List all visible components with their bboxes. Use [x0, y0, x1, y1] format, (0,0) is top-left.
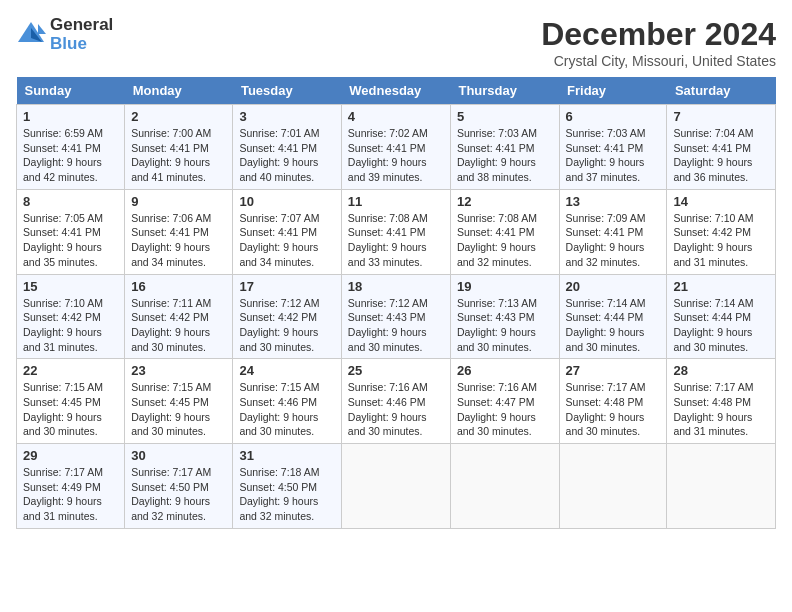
day-number: 21	[673, 279, 769, 294]
day-info: Sunrise: 7:14 AM Sunset: 4:44 PM Dayligh…	[673, 296, 769, 355]
day-number: 15	[23, 279, 118, 294]
day-number: 6	[566, 109, 661, 124]
calendar-cell: 20Sunrise: 7:14 AM Sunset: 4:44 PM Dayli…	[559, 274, 667, 359]
calendar-cell: 22Sunrise: 7:15 AM Sunset: 4:45 PM Dayli…	[17, 359, 125, 444]
calendar-cell: 29Sunrise: 7:17 AM Sunset: 4:49 PM Dayli…	[17, 444, 125, 529]
calendar-cell: 5Sunrise: 7:03 AM Sunset: 4:41 PM Daylig…	[450, 105, 559, 190]
day-info: Sunrise: 7:15 AM Sunset: 4:45 PM Dayligh…	[131, 380, 226, 439]
day-info: Sunrise: 7:11 AM Sunset: 4:42 PM Dayligh…	[131, 296, 226, 355]
calendar-cell: 13Sunrise: 7:09 AM Sunset: 4:41 PM Dayli…	[559, 189, 667, 274]
calendar-week-row: 8Sunrise: 7:05 AM Sunset: 4:41 PM Daylig…	[17, 189, 776, 274]
calendar-cell	[667, 444, 776, 529]
calendar-cell: 9Sunrise: 7:06 AM Sunset: 4:41 PM Daylig…	[125, 189, 233, 274]
day-number: 17	[239, 279, 334, 294]
weekday-header: Thursday	[450, 77, 559, 105]
calendar-cell: 8Sunrise: 7:05 AM Sunset: 4:41 PM Daylig…	[17, 189, 125, 274]
day-info: Sunrise: 7:15 AM Sunset: 4:45 PM Dayligh…	[23, 380, 118, 439]
calendar-cell: 6Sunrise: 7:03 AM Sunset: 4:41 PM Daylig…	[559, 105, 667, 190]
logo-text: General Blue	[50, 16, 113, 53]
day-info: Sunrise: 7:16 AM Sunset: 4:46 PM Dayligh…	[348, 380, 444, 439]
calendar-cell: 10Sunrise: 7:07 AM Sunset: 4:41 PM Dayli…	[233, 189, 341, 274]
logo: General Blue	[16, 16, 113, 53]
day-info: Sunrise: 7:07 AM Sunset: 4:41 PM Dayligh…	[239, 211, 334, 270]
day-info: Sunrise: 7:12 AM Sunset: 4:43 PM Dayligh…	[348, 296, 444, 355]
month-title: December 2024	[541, 16, 776, 53]
calendar-cell: 27Sunrise: 7:17 AM Sunset: 4:48 PM Dayli…	[559, 359, 667, 444]
weekday-header: Saturday	[667, 77, 776, 105]
calendar-cell: 11Sunrise: 7:08 AM Sunset: 4:41 PM Dayli…	[341, 189, 450, 274]
day-number: 20	[566, 279, 661, 294]
calendar-cell: 18Sunrise: 7:12 AM Sunset: 4:43 PM Dayli…	[341, 274, 450, 359]
day-number: 13	[566, 194, 661, 209]
calendar-cell: 19Sunrise: 7:13 AM Sunset: 4:43 PM Dayli…	[450, 274, 559, 359]
day-info: Sunrise: 7:14 AM Sunset: 4:44 PM Dayligh…	[566, 296, 661, 355]
logo-icon	[16, 20, 46, 50]
calendar-cell: 7Sunrise: 7:04 AM Sunset: 4:41 PM Daylig…	[667, 105, 776, 190]
day-info: Sunrise: 7:02 AM Sunset: 4:41 PM Dayligh…	[348, 126, 444, 185]
day-number: 29	[23, 448, 118, 463]
day-info: Sunrise: 7:17 AM Sunset: 4:48 PM Dayligh…	[566, 380, 661, 439]
day-number: 23	[131, 363, 226, 378]
day-info: Sunrise: 7:17 AM Sunset: 4:50 PM Dayligh…	[131, 465, 226, 524]
day-info: Sunrise: 7:00 AM Sunset: 4:41 PM Dayligh…	[131, 126, 226, 185]
day-number: 5	[457, 109, 553, 124]
day-number: 1	[23, 109, 118, 124]
day-info: Sunrise: 7:17 AM Sunset: 4:48 PM Dayligh…	[673, 380, 769, 439]
calendar-week-row: 15Sunrise: 7:10 AM Sunset: 4:42 PM Dayli…	[17, 274, 776, 359]
day-number: 14	[673, 194, 769, 209]
day-info: Sunrise: 7:03 AM Sunset: 4:41 PM Dayligh…	[566, 126, 661, 185]
calendar-cell: 14Sunrise: 7:10 AM Sunset: 4:42 PM Dayli…	[667, 189, 776, 274]
day-number: 2	[131, 109, 226, 124]
calendar-header: SundayMondayTuesdayWednesdayThursdayFrid…	[17, 77, 776, 105]
calendar-cell: 3Sunrise: 7:01 AM Sunset: 4:41 PM Daylig…	[233, 105, 341, 190]
calendar-cell: 1Sunrise: 6:59 AM Sunset: 4:41 PM Daylig…	[17, 105, 125, 190]
calendar-cell: 25Sunrise: 7:16 AM Sunset: 4:46 PM Dayli…	[341, 359, 450, 444]
calendar-week-row: 22Sunrise: 7:15 AM Sunset: 4:45 PM Dayli…	[17, 359, 776, 444]
calendar-cell: 16Sunrise: 7:11 AM Sunset: 4:42 PM Dayli…	[125, 274, 233, 359]
calendar-cell: 17Sunrise: 7:12 AM Sunset: 4:42 PM Dayli…	[233, 274, 341, 359]
calendar-cell	[559, 444, 667, 529]
day-number: 4	[348, 109, 444, 124]
day-info: Sunrise: 7:05 AM Sunset: 4:41 PM Dayligh…	[23, 211, 118, 270]
calendar-body: 1Sunrise: 6:59 AM Sunset: 4:41 PM Daylig…	[17, 105, 776, 529]
weekday-header: Friday	[559, 77, 667, 105]
calendar-week-row: 1Sunrise: 6:59 AM Sunset: 4:41 PM Daylig…	[17, 105, 776, 190]
calendar-cell: 23Sunrise: 7:15 AM Sunset: 4:45 PM Dayli…	[125, 359, 233, 444]
day-number: 30	[131, 448, 226, 463]
day-number: 3	[239, 109, 334, 124]
day-number: 28	[673, 363, 769, 378]
calendar-cell: 2Sunrise: 7:00 AM Sunset: 4:41 PM Daylig…	[125, 105, 233, 190]
day-number: 31	[239, 448, 334, 463]
calendar-cell: 28Sunrise: 7:17 AM Sunset: 4:48 PM Dayli…	[667, 359, 776, 444]
day-number: 7	[673, 109, 769, 124]
calendar-cell: 31Sunrise: 7:18 AM Sunset: 4:50 PM Dayli…	[233, 444, 341, 529]
day-number: 22	[23, 363, 118, 378]
calendar-cell: 12Sunrise: 7:08 AM Sunset: 4:41 PM Dayli…	[450, 189, 559, 274]
page-header: General Blue December 2024 Crystal City,…	[16, 16, 776, 69]
day-info: Sunrise: 7:04 AM Sunset: 4:41 PM Dayligh…	[673, 126, 769, 185]
title-area: December 2024 Crystal City, Missouri, Un…	[541, 16, 776, 69]
day-number: 8	[23, 194, 118, 209]
weekday-header: Sunday	[17, 77, 125, 105]
day-info: Sunrise: 7:18 AM Sunset: 4:50 PM Dayligh…	[239, 465, 334, 524]
day-number: 24	[239, 363, 334, 378]
calendar-cell: 4Sunrise: 7:02 AM Sunset: 4:41 PM Daylig…	[341, 105, 450, 190]
calendar-week-row: 29Sunrise: 7:17 AM Sunset: 4:49 PM Dayli…	[17, 444, 776, 529]
day-number: 9	[131, 194, 226, 209]
location: Crystal City, Missouri, United States	[541, 53, 776, 69]
day-info: Sunrise: 7:16 AM Sunset: 4:47 PM Dayligh…	[457, 380, 553, 439]
weekday-header: Monday	[125, 77, 233, 105]
day-info: Sunrise: 7:06 AM Sunset: 4:41 PM Dayligh…	[131, 211, 226, 270]
calendar-cell	[341, 444, 450, 529]
calendar-cell: 24Sunrise: 7:15 AM Sunset: 4:46 PM Dayli…	[233, 359, 341, 444]
day-info: Sunrise: 7:15 AM Sunset: 4:46 PM Dayligh…	[239, 380, 334, 439]
day-number: 16	[131, 279, 226, 294]
calendar-cell: 26Sunrise: 7:16 AM Sunset: 4:47 PM Dayli…	[450, 359, 559, 444]
day-info: Sunrise: 7:17 AM Sunset: 4:49 PM Dayligh…	[23, 465, 118, 524]
day-number: 19	[457, 279, 553, 294]
svg-marker-2	[38, 24, 46, 34]
weekday-header: Wednesday	[341, 77, 450, 105]
day-number: 25	[348, 363, 444, 378]
day-number: 26	[457, 363, 553, 378]
day-info: Sunrise: 7:09 AM Sunset: 4:41 PM Dayligh…	[566, 211, 661, 270]
